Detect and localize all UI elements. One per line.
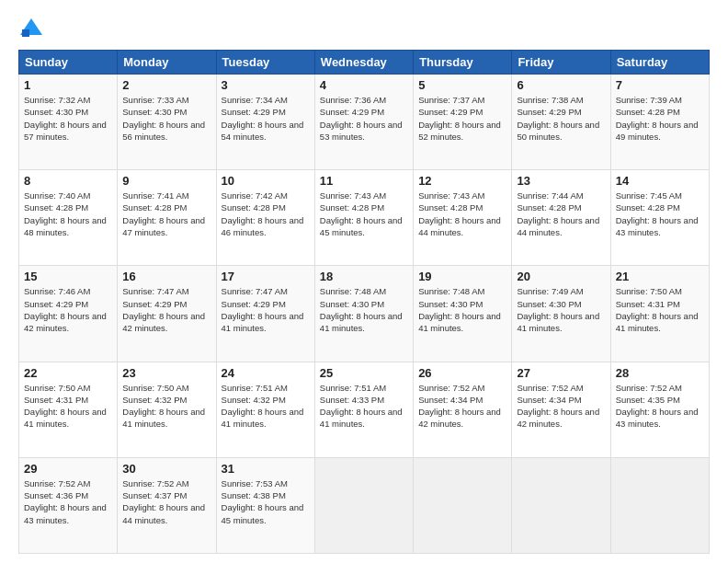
day-number: 23 bbox=[122, 366, 210, 380]
cell-info: Sunrise: 7:36 AMSunset: 4:29 PMDaylight:… bbox=[320, 95, 403, 142]
day-number: 25 bbox=[320, 366, 408, 380]
day-number: 30 bbox=[122, 462, 210, 476]
day-number: 29 bbox=[24, 462, 112, 476]
day-number: 24 bbox=[222, 366, 310, 380]
cell-info: Sunrise: 7:48 AMSunset: 4:30 PMDaylight:… bbox=[418, 286, 501, 333]
cell-info: Sunrise: 7:38 AMSunset: 4:29 PMDaylight:… bbox=[517, 95, 599, 142]
calendar-cell: 27Sunrise: 7:52 AMSunset: 4:34 PMDayligh… bbox=[512, 362, 610, 457]
cell-info: Sunrise: 7:51 AMSunset: 4:33 PMDaylight:… bbox=[320, 383, 403, 430]
week-row-4: 22Sunrise: 7:50 AMSunset: 4:31 PMDayligh… bbox=[19, 362, 710, 457]
calendar-cell: 3Sunrise: 7:34 AMSunset: 4:29 PMDaylight… bbox=[216, 75, 314, 170]
cell-info: Sunrise: 7:51 AMSunset: 4:32 PMDaylight:… bbox=[222, 383, 304, 430]
calendar-cell: 6Sunrise: 7:38 AMSunset: 4:29 PMDaylight… bbox=[512, 75, 610, 170]
logo bbox=[18, 15, 48, 40]
week-row-3: 15Sunrise: 7:46 AMSunset: 4:29 PMDayligh… bbox=[19, 266, 710, 362]
svg-rect-2 bbox=[22, 29, 29, 37]
calendar-table: SundayMondayTuesdayWednesdayThursdayFrid… bbox=[18, 50, 710, 554]
cell-info: Sunrise: 7:33 AMSunset: 4:30 PMDaylight:… bbox=[122, 95, 205, 142]
cell-info: Sunrise: 7:50 AMSunset: 4:31 PMDaylight:… bbox=[616, 286, 699, 333]
day-number: 17 bbox=[222, 270, 310, 283]
day-number: 15 bbox=[24, 270, 112, 283]
cell-info: Sunrise: 7:46 AMSunset: 4:29 PMDaylight:… bbox=[24, 286, 107, 333]
calendar-cell: 4Sunrise: 7:36 AMSunset: 4:29 PMDaylight… bbox=[314, 75, 413, 170]
cell-info: Sunrise: 7:52 AMSunset: 4:34 PMDaylight:… bbox=[418, 383, 501, 430]
calendar-cell: 8Sunrise: 7:40 AMSunset: 4:28 PMDaylight… bbox=[19, 170, 118, 266]
cell-info: Sunrise: 7:49 AMSunset: 4:30 PMDaylight:… bbox=[517, 286, 599, 333]
calendar-cell: 15Sunrise: 7:46 AMSunset: 4:29 PMDayligh… bbox=[19, 266, 118, 362]
cell-info: Sunrise: 7:40 AMSunset: 4:28 PMDaylight:… bbox=[24, 190, 107, 237]
day-number: 22 bbox=[24, 366, 112, 380]
day-number: 11 bbox=[320, 174, 408, 188]
week-row-2: 8Sunrise: 7:40 AMSunset: 4:28 PMDaylight… bbox=[19, 170, 710, 266]
calendar-cell: 10Sunrise: 7:42 AMSunset: 4:28 PMDayligh… bbox=[216, 170, 314, 266]
day-number: 14 bbox=[616, 174, 704, 188]
calendar-cell bbox=[512, 457, 610, 553]
calendar-cell: 30Sunrise: 7:52 AMSunset: 4:37 PMDayligh… bbox=[118, 457, 216, 553]
cell-info: Sunrise: 7:52 AMSunset: 4:35 PMDaylight:… bbox=[616, 383, 699, 430]
cell-info: Sunrise: 7:41 AMSunset: 4:28 PMDaylight:… bbox=[122, 190, 205, 237]
calendar-cell: 25Sunrise: 7:51 AMSunset: 4:33 PMDayligh… bbox=[314, 362, 413, 457]
day-number: 4 bbox=[320, 78, 408, 92]
day-number: 31 bbox=[222, 462, 310, 476]
cell-info: Sunrise: 7:47 AMSunset: 4:29 PMDaylight:… bbox=[122, 286, 205, 333]
week-row-5: 29Sunrise: 7:52 AMSunset: 4:36 PMDayligh… bbox=[19, 457, 710, 553]
day-number: 2 bbox=[122, 78, 210, 92]
header-row: SundayMondayTuesdayWednesdayThursdayFrid… bbox=[19, 51, 710, 75]
header-day-friday: Friday bbox=[512, 51, 610, 75]
day-number: 21 bbox=[616, 270, 704, 283]
cell-info: Sunrise: 7:43 AMSunset: 4:28 PMDaylight:… bbox=[320, 190, 403, 237]
cell-info: Sunrise: 7:39 AMSunset: 4:28 PMDaylight:… bbox=[616, 95, 699, 142]
day-number: 10 bbox=[222, 174, 310, 188]
day-number: 19 bbox=[418, 270, 506, 283]
day-number: 27 bbox=[517, 366, 605, 380]
day-number: 28 bbox=[616, 366, 704, 380]
day-number: 5 bbox=[418, 78, 506, 92]
cell-info: Sunrise: 7:52 AMSunset: 4:34 PMDaylight:… bbox=[517, 383, 599, 430]
cell-info: Sunrise: 7:44 AMSunset: 4:28 PMDaylight:… bbox=[517, 190, 599, 237]
week-row-1: 1Sunrise: 7:32 AMSunset: 4:30 PMDaylight… bbox=[19, 75, 710, 170]
day-number: 26 bbox=[418, 366, 506, 380]
day-number: 18 bbox=[320, 270, 408, 283]
cell-info: Sunrise: 7:37 AMSunset: 4:29 PMDaylight:… bbox=[418, 95, 501, 142]
day-number: 12 bbox=[418, 174, 506, 188]
calendar-cell: 11Sunrise: 7:43 AMSunset: 4:28 PMDayligh… bbox=[314, 170, 413, 266]
calendar-cell: 29Sunrise: 7:52 AMSunset: 4:36 PMDayligh… bbox=[19, 457, 118, 553]
header bbox=[18, 15, 710, 40]
calendar-cell: 14Sunrise: 7:45 AMSunset: 4:28 PMDayligh… bbox=[610, 170, 709, 266]
day-number: 7 bbox=[616, 78, 704, 92]
day-number: 1 bbox=[24, 78, 112, 92]
calendar-cell: 2Sunrise: 7:33 AMSunset: 4:30 PMDaylight… bbox=[118, 75, 216, 170]
calendar: SundayMondayTuesdayWednesdayThursdayFrid… bbox=[18, 50, 710, 554]
calendar-cell: 7Sunrise: 7:39 AMSunset: 4:28 PMDaylight… bbox=[610, 75, 709, 170]
header-day-wednesday: Wednesday bbox=[314, 51, 413, 75]
calendar-cell: 21Sunrise: 7:50 AMSunset: 4:31 PMDayligh… bbox=[610, 266, 709, 362]
calendar-cell: 20Sunrise: 7:49 AMSunset: 4:30 PMDayligh… bbox=[512, 266, 610, 362]
calendar-cell: 19Sunrise: 7:48 AMSunset: 4:30 PMDayligh… bbox=[414, 266, 512, 362]
logo-icon bbox=[18, 15, 44, 40]
cell-info: Sunrise: 7:43 AMSunset: 4:28 PMDaylight:… bbox=[418, 190, 501, 237]
header-day-tuesday: Tuesday bbox=[216, 51, 314, 75]
calendar-cell: 5Sunrise: 7:37 AMSunset: 4:29 PMDaylight… bbox=[414, 75, 512, 170]
calendar-cell: 28Sunrise: 7:52 AMSunset: 4:35 PMDayligh… bbox=[610, 362, 709, 457]
cell-info: Sunrise: 7:52 AMSunset: 4:37 PMDaylight:… bbox=[122, 478, 205, 525]
calendar-cell: 1Sunrise: 7:32 AMSunset: 4:30 PMDaylight… bbox=[19, 75, 118, 170]
calendar-cell: 12Sunrise: 7:43 AMSunset: 4:28 PMDayligh… bbox=[414, 170, 512, 266]
calendar-cell: 23Sunrise: 7:50 AMSunset: 4:32 PMDayligh… bbox=[118, 362, 216, 457]
calendar-cell: 13Sunrise: 7:44 AMSunset: 4:28 PMDayligh… bbox=[512, 170, 610, 266]
day-number: 8 bbox=[24, 174, 112, 188]
header-day-monday: Monday bbox=[118, 51, 216, 75]
day-number: 6 bbox=[517, 78, 605, 92]
cell-info: Sunrise: 7:32 AMSunset: 4:30 PMDaylight:… bbox=[24, 95, 107, 142]
cell-info: Sunrise: 7:48 AMSunset: 4:30 PMDaylight:… bbox=[320, 286, 403, 333]
day-number: 16 bbox=[122, 270, 210, 283]
calendar-cell: 26Sunrise: 7:52 AMSunset: 4:34 PMDayligh… bbox=[414, 362, 512, 457]
cell-info: Sunrise: 7:50 AMSunset: 4:31 PMDaylight:… bbox=[24, 383, 107, 430]
calendar-cell: 31Sunrise: 7:53 AMSunset: 4:38 PMDayligh… bbox=[216, 457, 314, 553]
calendar-cell: 22Sunrise: 7:50 AMSunset: 4:31 PMDayligh… bbox=[19, 362, 118, 457]
calendar-cell bbox=[414, 457, 512, 553]
cell-info: Sunrise: 7:34 AMSunset: 4:29 PMDaylight:… bbox=[222, 95, 304, 142]
day-number: 9 bbox=[122, 174, 210, 188]
cell-info: Sunrise: 7:50 AMSunset: 4:32 PMDaylight:… bbox=[122, 383, 205, 430]
calendar-cell: 24Sunrise: 7:51 AMSunset: 4:32 PMDayligh… bbox=[216, 362, 314, 457]
cell-info: Sunrise: 7:42 AMSunset: 4:28 PMDaylight:… bbox=[222, 190, 304, 237]
